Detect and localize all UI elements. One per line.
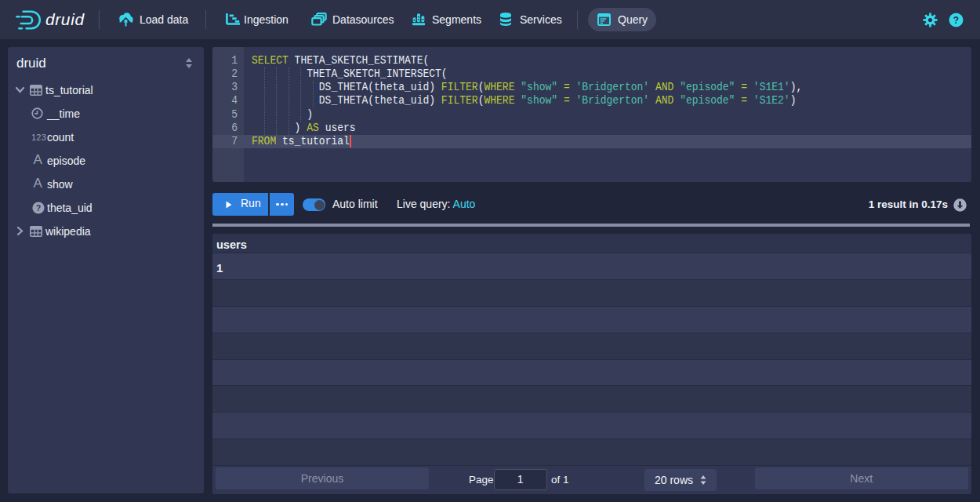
svg-text:?: ? [953,15,959,26]
svg-text:?: ? [36,202,41,212]
